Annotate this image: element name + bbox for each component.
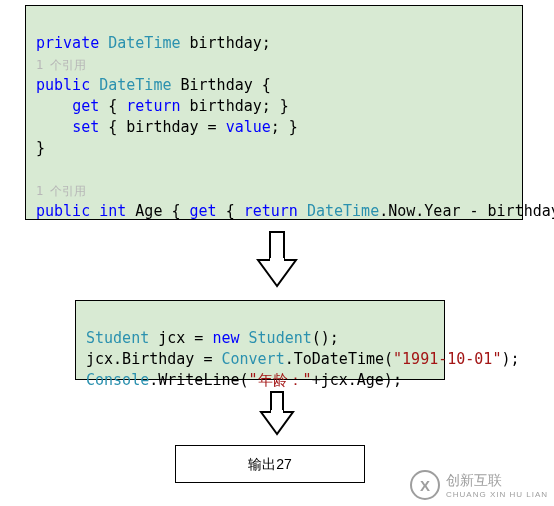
code-text: Age { [126,202,189,220]
code-text: jcx.Birthday = [86,350,221,368]
svg-marker-1 [258,260,296,286]
code-text: { [217,202,244,220]
type-convert: Convert [221,350,284,368]
code-text: .WriteLine( [149,371,248,389]
code-text: jcx = [149,329,212,347]
code-text: +jcx.Age); [312,371,402,389]
keyword-private: private [36,34,99,52]
svg-marker-4 [261,412,293,434]
svg-rect-2 [270,258,284,262]
type-datetime: DateTime [307,202,379,220]
indent [36,118,72,136]
svg-rect-5 [271,410,283,414]
code-block-usage: Student jcx = new Student(); jcx.Birthda… [75,300,445,380]
code-block-class-definition: private DateTime birthday; 1 个引用 public … [25,5,523,220]
keyword-value: value [226,118,271,136]
code-text: .ToDateTime( [285,350,393,368]
string-literal: "年龄：" [249,371,312,389]
keyword-public: public [36,76,90,94]
keyword-return: return [126,97,180,115]
keyword-get: get [72,97,99,115]
codelens-reference: 1 个引用 [36,184,86,198]
type-datetime: DateTime [108,34,180,52]
type-student: Student [86,329,149,347]
code-text: { [99,97,126,115]
string-literal: "1991-10-01" [393,350,501,368]
watermark-text: 创新互联 [446,472,502,488]
arrow-down-icon [258,390,296,438]
code-text: } [36,139,45,157]
watermark-subtext: CHUANG XIN HU LIAN [446,491,548,499]
keyword-get: get [190,202,217,220]
type-datetime: DateTime [99,76,171,94]
keyword-int: int [99,202,126,220]
keyword-new: new [212,329,239,347]
keyword-set: set [72,118,99,136]
code-text: birthday; [181,34,271,52]
watermark: X 创新互联 CHUANG XIN HU LIAN [410,470,548,500]
code-text: ; } [271,118,298,136]
code-text: .Now.Year - birthday.Year; } } [379,202,554,220]
keyword-return: return [244,202,298,220]
output-box: 输出27 [175,445,365,483]
code-text: ); [501,350,519,368]
indent [36,97,72,115]
arrow-down-icon [254,230,300,290]
code-text: { birthday = [99,118,225,136]
code-text: (); [312,329,339,347]
type-student: Student [249,329,312,347]
svg-rect-0 [270,232,284,262]
keyword-public: public [36,202,90,220]
watermark-logo-icon: X [410,470,440,500]
output-text: 输出27 [248,456,292,472]
type-console: Console [86,371,149,389]
code-text: birthday; } [181,97,289,115]
watermark-text-wrap: 创新互联 CHUANG XIN HU LIAN [446,472,548,499]
code-text: Birthday { [171,76,270,94]
codelens-reference: 1 个引用 [36,58,86,72]
